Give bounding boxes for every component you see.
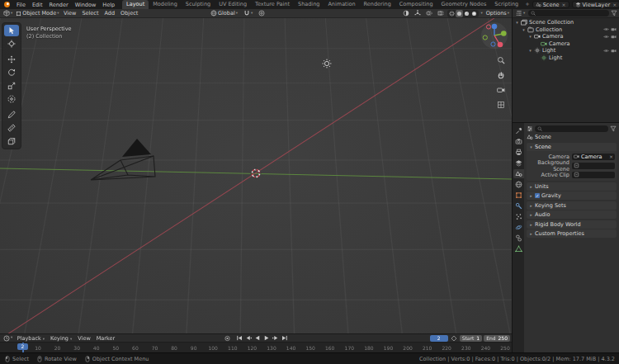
outliner-row-collection[interactable]: ▾ Collection [513,26,619,34]
workspace-tab-animation[interactable]: Animation [324,0,359,9]
section-keying-sets[interactable]: ▸ Keying Sets [527,201,617,210]
outliner-row-light[interactable]: Light [513,54,619,62]
mode-selector[interactable]: Object Mode ▾ [14,10,60,17]
timeline-menu-view[interactable]: View [75,335,93,342]
tool-select-box[interactable] [4,25,19,36]
section-gravity[interactable]: ▸ ✓ Gravity [527,191,617,200]
tool-measure[interactable] [4,122,19,134]
shading-solid-button[interactable] [456,10,463,17]
workspace-tab-modeling[interactable]: Modeling [149,0,182,9]
frame-start-field[interactable]: Start 1 [460,335,483,342]
properties-tab-particles[interactable] [513,212,524,221]
tool-scale[interactable] [4,80,19,92]
camera-object[interactable] [83,134,165,185]
workspace-tab-layout[interactable]: Layout [122,0,149,9]
current-frame-field[interactable]: 2 [430,335,448,342]
expand-arrow[interactable]: ▾ [522,27,526,32]
render-visibility-icon[interactable] [611,48,617,54]
clear-value-icon[interactable]: × [609,154,613,159]
transport-jump-end-button[interactable] [281,334,289,342]
section-units[interactable]: ▸ Units [527,182,617,191]
filter-icon[interactable] [611,10,617,17]
checkbox-gravity[interactable]: ✓ [535,193,540,198]
workspace-tab-scripting[interactable]: Scripting [490,0,522,9]
camera-view-button[interactable] [495,84,506,95]
workspace-tab-geometry-nodes[interactable]: Geometry Nodes [437,0,491,9]
scene-selector[interactable]: Scene × [532,1,569,8]
outliner-editor-type-button[interactable]: ▾ [514,10,527,17]
menu-help[interactable]: Help [99,2,118,8]
tool-cursor[interactable] [4,38,19,50]
menu-edit[interactable]: Edit [29,2,46,8]
scene-section-header[interactable]: ▾ Scene [527,143,617,151]
view-layer-selector[interactable]: ViewLayer × [572,1,619,8]
tool-rotate[interactable] [4,67,19,78]
properties-tab-view-layer[interactable] [513,158,524,168]
properties-tab-modifiers[interactable] [513,201,524,210]
proportional-editing-toggle[interactable] [257,10,267,17]
properties-tab-physics[interactable] [513,223,524,232]
workspace-tab-sculpting[interactable]: Sculpting [182,0,215,9]
add-workspace-button[interactable]: + [522,0,532,9]
properties-tab-scene[interactable] [513,169,524,178]
hide-eye-icon[interactable] [603,26,609,32]
tool-annotate[interactable] [4,109,19,121]
properties-editor-icon[interactable] [527,125,533,132]
hide-eye-icon[interactable] [603,48,609,54]
outliner-row-scene-collection[interactable]: ▾ Scene Collection [513,19,619,26]
outliner-row-camera[interactable]: Camera [513,40,619,48]
playhead-frame-chip[interactable]: 2 [17,343,28,351]
transform-orientation-dropdown[interactable]: Global ▾ [209,10,239,17]
expand-arrow[interactable]: ▾ [528,48,532,53]
menu-window[interactable]: Window [72,2,100,8]
properties-tab-render[interactable] [513,137,524,146]
viewport-3d[interactable]: User Perspective (2) Collection [0,18,512,333]
workspace-tab-rendering[interactable]: Rendering [360,0,395,9]
pan-button[interactable] [495,69,506,80]
properties-tab-tool[interactable] [513,126,524,135]
outliner-search-input[interactable] [537,11,607,17]
section-custom-properties[interactable]: ▸ Custom Properties [527,229,617,238]
properties-tab-object[interactable] [513,191,524,200]
timeline-editor-type-button[interactable]: ▾ [2,335,14,342]
menu-file[interactable]: File [13,2,29,8]
workspace-tab-shading[interactable]: Shading [294,0,324,9]
tool-move[interactable] [4,54,19,65]
expand-arrow[interactable]: ▾ [528,34,532,39]
ortho-button[interactable] [495,99,506,110]
section-audio[interactable]: ▸ Audio [527,210,617,219]
frame-end-field[interactable]: End 250 [484,335,510,342]
render-visibility-icon[interactable] [611,34,617,40]
timeline-ruler[interactable]: 2 10203040506070809010011012013014015016… [0,342,512,352]
light-object[interactable] [322,59,332,69]
viewport-menu-view[interactable]: View [60,10,78,17]
editor-type-button[interactable]: ▾ [2,10,14,17]
properties-search-input[interactable] [544,126,606,132]
timeline-menu-marker[interactable]: Marker [93,335,117,342]
outliner-row-camera[interactable]: ▾ Camera [513,33,619,40]
snapping-toggle[interactable]: ▾ [242,10,254,17]
shading-rendered-button[interactable] [470,10,478,17]
tool-transform[interactable] [4,93,19,105]
hide-eye-icon[interactable] [603,34,609,40]
properties-tab-constraints[interactable] [513,234,524,243]
shading-material-button[interactable] [463,10,470,17]
outliner-row-light[interactable]: ▾ Light [513,47,619,54]
zoom-button[interactable] [495,54,506,65]
auto-keying-toggle[interactable] [224,334,232,342]
keying-set-icon[interactable] [450,334,458,342]
render-visibility-icon[interactable] [611,26,617,32]
properties-tab-object-data[interactable] [513,244,524,253]
xray-toggle[interactable] [436,10,446,17]
viewport-menu-select[interactable]: Select [79,10,102,17]
outliner-search[interactable] [528,10,609,17]
overlays-toggle[interactable] [424,10,434,17]
timeline-menu-playback[interactable]: Playback ▾ [14,335,47,342]
visibility-toggle[interactable] [401,10,411,17]
section-rigid-body-world[interactable]: ▸ Rigid Body World [527,220,617,229]
options-dropdown[interactable]: Options ▾ [484,10,511,17]
transport-prev-key-button[interactable] [244,334,253,342]
view-layer-remove-icon[interactable]: × [612,2,617,7]
workspace-tab-compositing[interactable]: Compositing [395,0,437,9]
navigation-gizmo[interactable] [480,21,508,50]
